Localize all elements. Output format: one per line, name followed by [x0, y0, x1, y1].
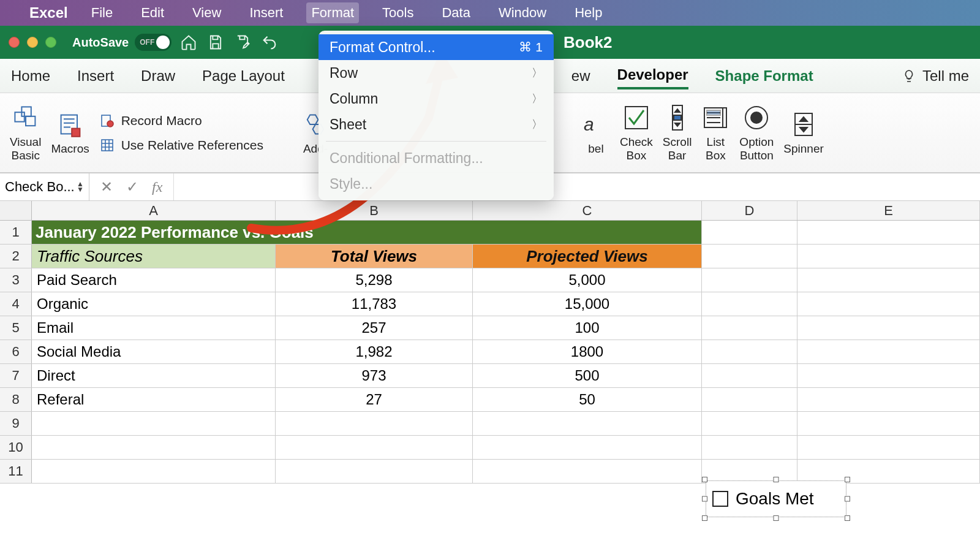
accept-formula-icon[interactable]: ✓	[126, 178, 138, 195]
cell-c9[interactable]	[473, 412, 702, 435]
cell-a10[interactable]	[32, 436, 276, 459]
select-all-corner[interactable]	[0, 201, 32, 220]
cell-e9[interactable]	[797, 412, 980, 435]
checkbox-control-button[interactable]: Check Box	[620, 104, 653, 162]
cell-c5[interactable]: 100	[473, 316, 702, 340]
zoom-window-icon[interactable]	[45, 37, 56, 48]
cell-e3[interactable]	[797, 268, 980, 292]
col-header-d[interactable]: D	[702, 201, 797, 220]
menuitem-format-control[interactable]: Format Control... ⌘ 1	[318, 34, 554, 60]
tab-partial-view[interactable]: ew	[571, 64, 590, 88]
row-header-11[interactable]: 11	[0, 460, 32, 483]
menu-help[interactable]: Help	[570, 2, 607, 23]
cell-a8[interactable]: Referal	[32, 388, 276, 411]
menuitem-column[interactable]: Column 〉	[318, 86, 554, 112]
spinner-control-button[interactable]: Spinner	[783, 110, 824, 156]
resize-handle[interactable]	[774, 477, 779, 482]
cell-d4[interactable]	[702, 292, 797, 316]
record-macro-button[interactable]: Record Macro	[99, 113, 263, 129]
tab-developer[interactable]: Developer	[617, 63, 688, 89]
cell-c11[interactable]	[473, 460, 702, 483]
cell-d6[interactable]	[702, 340, 797, 363]
col-header-e[interactable]: E	[797, 201, 980, 220]
cell-d2[interactable]	[702, 245, 797, 268]
resize-handle[interactable]	[845, 515, 850, 521]
save-edit-icon[interactable]	[233, 32, 252, 52]
tab-shape-format[interactable]: Shape Format	[715, 64, 813, 88]
save-icon[interactable]	[206, 32, 225, 52]
resize-handle[interactable]	[702, 515, 707, 521]
row-header-3[interactable]: 3	[0, 268, 32, 292]
menu-format[interactable]: Format	[306, 2, 359, 23]
cell-b11[interactable]	[276, 460, 473, 483]
cell-b5[interactable]: 257	[276, 316, 473, 340]
cell-title[interactable]: January 2022 Performance vs. Goals	[32, 221, 702, 244]
cell-b6[interactable]: 1,982	[276, 340, 473, 363]
menuitem-row[interactable]: Row 〉	[318, 60, 554, 86]
tab-draw[interactable]: Draw	[141, 64, 175, 88]
label-partial[interactable]: a bel	[582, 110, 610, 156]
cell-d1[interactable]	[702, 221, 797, 244]
row-header-6[interactable]: 6	[0, 340, 32, 363]
tell-me[interactable]: Tell me	[902, 67, 969, 85]
autosave-toggle[interactable]: AutoSave OFF	[72, 34, 172, 51]
cell-d9[interactable]	[702, 412, 797, 435]
cell-e1[interactable]	[797, 221, 980, 244]
col-header-b[interactable]: B	[276, 201, 473, 220]
row-header-4[interactable]: 4	[0, 292, 32, 316]
cell-e2[interactable]	[797, 245, 980, 268]
resize-handle[interactable]	[702, 496, 707, 502]
cell-c2[interactable]: Projected Views	[473, 245, 702, 268]
tab-page-layout[interactable]: Page Layout	[202, 64, 285, 88]
cell-e7[interactable]	[797, 364, 980, 387]
row-header-8[interactable]: 8	[0, 388, 32, 411]
visual-basic-button[interactable]: Visual Basic	[10, 104, 41, 162]
cancel-formula-icon[interactable]: ✕	[100, 178, 113, 195]
menu-edit[interactable]: Edit	[136, 2, 169, 23]
menu-file[interactable]: File	[86, 2, 118, 23]
home-icon[interactable]	[179, 32, 198, 52]
cell-a9[interactable]	[32, 412, 276, 435]
col-header-a[interactable]: A	[32, 201, 276, 220]
resize-handle[interactable]	[774, 515, 779, 521]
cell-d8[interactable]	[702, 388, 797, 411]
cell-a4[interactable]: Organic	[32, 292, 276, 316]
tab-insert[interactable]: Insert	[77, 64, 114, 88]
scrollbar-control-button[interactable]: Scroll Bar	[663, 104, 692, 162]
cell-b8[interactable]: 27	[276, 388, 473, 411]
cell-a2[interactable]: Traffic Sources	[32, 245, 276, 268]
checkbox-box-icon[interactable]	[712, 491, 728, 507]
formula-input[interactable]	[173, 173, 980, 200]
cell-d5[interactable]	[702, 316, 797, 340]
menu-window[interactable]: Window	[494, 2, 551, 23]
cell-d3[interactable]	[702, 268, 797, 292]
menu-tools[interactable]: Tools	[377, 2, 418, 23]
col-header-c[interactable]: C	[473, 201, 702, 220]
macros-button[interactable]: Macros	[51, 110, 89, 156]
cell-b4[interactable]: 11,783	[276, 292, 473, 316]
row-header-10[interactable]: 10	[0, 436, 32, 459]
name-box[interactable]: Check Bo... ▲▼	[0, 173, 89, 200]
cell-c6[interactable]: 1800	[473, 340, 702, 363]
cell-b7[interactable]: 973	[276, 364, 473, 387]
minimize-window-icon[interactable]	[27, 37, 38, 48]
resize-handle[interactable]	[702, 477, 707, 482]
fx-label[interactable]: fx	[152, 179, 162, 195]
menuitem-sheet[interactable]: Sheet 〉	[318, 112, 554, 137]
cell-e6[interactable]	[797, 340, 980, 363]
tab-home[interactable]: Home	[11, 64, 50, 88]
cell-c4[interactable]: 15,000	[473, 292, 702, 316]
cell-a3[interactable]: Paid Search	[32, 268, 276, 292]
menu-view[interactable]: View	[187, 2, 226, 23]
goals-met-checkbox-object[interactable]: Goals Met	[702, 477, 850, 521]
use-relative-button[interactable]: Use Relative References	[99, 137, 263, 153]
cell-a7[interactable]: Direct	[32, 364, 276, 387]
cell-b9[interactable]	[276, 412, 473, 435]
cell-e8[interactable]	[797, 388, 980, 411]
optionbutton-control-button[interactable]: Option Button	[739, 104, 774, 162]
cell-b10[interactable]	[276, 436, 473, 459]
cell-e10[interactable]	[797, 436, 980, 459]
listbox-control-button[interactable]: List Box	[701, 104, 729, 162]
cell-b3[interactable]: 5,298	[276, 268, 473, 292]
cell-e4[interactable]	[797, 292, 980, 316]
